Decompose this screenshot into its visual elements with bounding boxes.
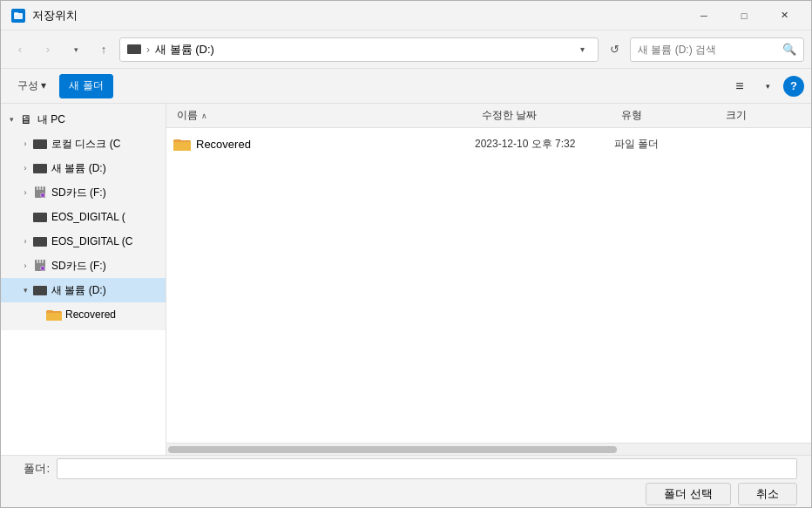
svg-point-6 <box>41 193 45 198</box>
svg-rect-10 <box>42 260 44 263</box>
folder-input[interactable] <box>57 458 797 479</box>
eos-digital2-icon <box>32 234 48 248</box>
sidebar-item-sd-card-f1[interactable]: › SD카드 (F:) <box>1 180 166 205</box>
sd-card-f1-icon <box>32 186 48 200</box>
scrollbar-thumb <box>168 446 617 453</box>
file-folder-icon <box>173 137 191 151</box>
sidebar-tree: ▾ 🖥 내 PC › 로컬 디스크 (C <box>1 104 166 330</box>
expand-icon-sd-card-f1: › <box>18 186 32 200</box>
sidebar-item-recovered[interactable]: › Recovered <box>1 302 166 327</box>
svg-rect-9 <box>39 260 41 263</box>
sidebar-label-local-disk: 로컬 디스크 (C <box>51 137 120 152</box>
sidebar-label-recovered: Recovered <box>65 308 116 321</box>
search-icon: 🔍 <box>782 43 796 56</box>
column-date[interactable]: 수정한 날짜 <box>478 104 618 127</box>
sidebar-item-eos-digital1[interactable]: › EOS_DIGITAL ( <box>1 205 166 229</box>
toolbar: 구성 ▾ 새 폴더 ≡ ▾ ? <box>1 69 811 104</box>
address-dropdown-button[interactable]: ▾ <box>573 37 591 62</box>
expand-icon-local-disk: › <box>18 137 32 151</box>
column-name-label: 이름 <box>177 108 198 123</box>
column-date-label: 수정한 날짜 <box>482 108 537 123</box>
search-input[interactable] <box>638 44 779 56</box>
table-row[interactable]: Recovered 2023-12-10 오후 7:32 파일 폴더 <box>166 132 811 156</box>
expand-icon-sd-card-f2: › <box>18 259 32 273</box>
column-size-label: 크기 <box>726 108 747 123</box>
file-name: Recovered <box>196 138 475 151</box>
new-volume-d1-icon <box>32 161 48 175</box>
sidebar: ▾ 🖥 내 PC › 로컬 디스크 (C <box>1 104 166 455</box>
sidebar-item-new-volume-d1[interactable]: › 새 볼륨 (D:) <box>1 156 166 180</box>
sidebar-label-sd-card-f2: SD카드 (F:) <box>51 259 106 274</box>
maximize-button[interactable]: □ <box>724 2 764 30</box>
svg-rect-5 <box>42 186 44 190</box>
svg-rect-3 <box>37 186 38 190</box>
footer-buttons: 폴더 선택 취소 <box>1 482 811 508</box>
file-list-header: 이름 ∧ 수정한 날짜 유형 크기 <box>166 104 811 128</box>
svg-rect-8 <box>37 260 38 263</box>
save-location-dialog: 저장위치 ─ □ ✕ ‹ › ▾ ↑ › 새 볼륨 (D:) ▾ ↺ 🔍 구성 … <box>0 0 812 508</box>
title-bar: 저장위치 ─ □ ✕ <box>1 1 811 30</box>
sidebar-item-my-pc[interactable]: ▾ 🖥 내 PC <box>1 107 166 132</box>
drive-icon <box>127 44 141 54</box>
recent-button[interactable]: ▾ <box>64 37 88 62</box>
new-volume-d2-icon <box>32 283 48 297</box>
view-dropdown-button[interactable]: ▾ <box>755 74 780 98</box>
forward-button[interactable]: › <box>36 37 60 62</box>
footer: 폴더: 폴더 선택 취소 <box>1 455 811 507</box>
folder-label: 폴더: <box>15 461 50 477</box>
title-bar-controls: ─ □ ✕ <box>684 2 804 30</box>
sidebar-label-my-pc: 내 PC <box>37 112 65 127</box>
sidebar-label-sd-card-f1: SD카드 (F:) <box>51 186 106 200</box>
sd-card-f2-icon <box>32 259 48 273</box>
organize-button[interactable]: 구성 ▾ <box>8 74 56 98</box>
sidebar-item-new-volume-d2[interactable]: ▾ 새 볼륨 (D:) <box>1 278 166 302</box>
expand-icon-new-volume-d2: ▾ <box>18 283 32 297</box>
close-button[interactable]: ✕ <box>764 2 804 30</box>
cancel-button[interactable]: 취소 <box>738 483 797 505</box>
recovered-folder-icon <box>46 308 62 322</box>
sidebar-item-eos-digital2[interactable]: › EOS_DIGITAL (C <box>1 229 166 254</box>
select-folder-button[interactable]: 폴더 선택 <box>646 483 731 505</box>
back-button[interactable]: ‹ <box>8 37 32 62</box>
sidebar-label-eos-digital1: EOS_DIGITAL ( <box>51 211 125 223</box>
file-type: 파일 폴더 <box>614 137 719 152</box>
up-button[interactable]: ↑ <box>91 37 116 62</box>
help-button[interactable]: ? <box>783 76 804 97</box>
sidebar-item-sd-card-f2[interactable]: › SD카드 (F:) <box>1 254 166 278</box>
expand-icon-new-volume-d1: › <box>18 161 32 175</box>
expand-icon-recovered: › <box>32 308 46 322</box>
horizontal-scrollbar[interactable] <box>166 443 811 455</box>
address-separator: › <box>146 44 150 56</box>
sidebar-label-new-volume-d2: 새 볼륨 (D:) <box>51 283 106 298</box>
svg-rect-4 <box>39 186 41 190</box>
view-options-button[interactable]: ≡ <box>727 74 752 98</box>
sidebar-item-local-disk[interactable]: › 로컬 디스크 (C <box>1 132 166 156</box>
folder-row: 폴더: <box>1 456 811 482</box>
main-content: ▾ 🖥 내 PC › 로컬 디스크 (C <box>1 104 811 455</box>
file-list: Recovered 2023-12-10 오후 7:32 파일 폴더 <box>166 128 811 443</box>
column-type[interactable]: 유형 <box>618 104 722 127</box>
minimize-button[interactable]: ─ <box>684 2 724 30</box>
app-icon <box>11 9 25 23</box>
column-name[interactable]: 이름 ∧ <box>173 104 478 127</box>
expand-icon-eos-digital2: › <box>18 234 32 248</box>
file-date: 2023-12-10 오후 7:32 <box>475 137 614 152</box>
search-box[interactable]: 🔍 <box>630 37 804 62</box>
address-text: 새 볼륨 (D:) <box>155 42 214 58</box>
pc-icon: 🖥 <box>18 112 34 126</box>
sidebar-label-eos-digital2: EOS_DIGITAL (C <box>51 235 132 247</box>
expand-icon-eos-digital1: › <box>18 210 32 224</box>
sidebar-label-new-volume-d1: 새 볼륨 (D:) <box>51 161 106 176</box>
title-bar-left: 저장위치 <box>11 8 78 24</box>
address-bar: ‹ › ▾ ↑ › 새 볼륨 (D:) ▾ ↺ 🔍 <box>1 30 811 69</box>
svg-point-11 <box>41 267 45 271</box>
svg-rect-1 <box>14 12 18 15</box>
file-area: 이름 ∧ 수정한 날짜 유형 크기 <box>166 104 811 455</box>
column-size[interactable]: 크기 <box>722 104 804 127</box>
address-box[interactable]: › 새 볼륨 (D:) ▾ <box>119 37 599 62</box>
eos-digital1-icon <box>32 210 48 224</box>
expand-icon-my-pc: ▾ <box>4 112 18 126</box>
new-folder-button[interactable]: 새 폴더 <box>59 74 112 98</box>
local-disk-icon <box>32 137 48 151</box>
refresh-button[interactable]: ↺ <box>602 37 626 62</box>
